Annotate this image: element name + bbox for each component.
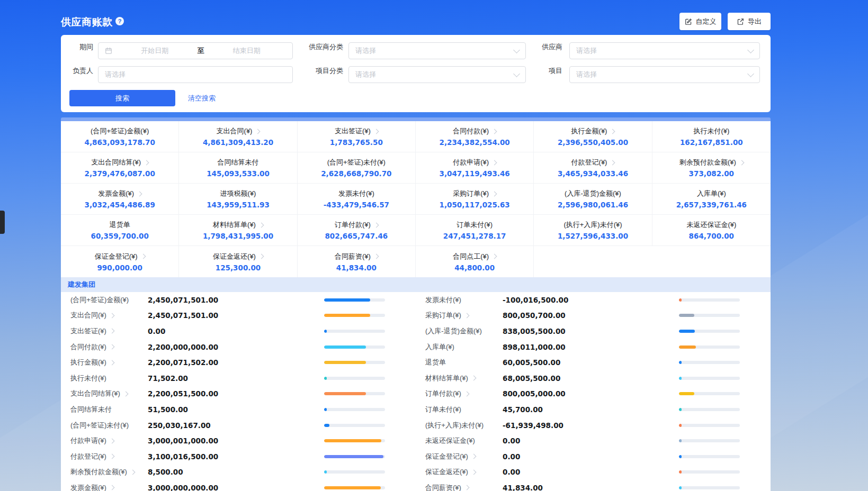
summary-cell[interactable]: 付款申请(¥)3,047,119,493.46: [416, 152, 534, 184]
summary-cell[interactable]: 保证金登记(¥)990,000.00: [61, 246, 179, 277]
progress-bar-fill: [324, 455, 383, 458]
chevron-right-icon: [464, 485, 469, 490]
metric-label: 订单付款(¥): [425, 389, 503, 398]
progress-bar-fill: [324, 361, 366, 364]
metric-label-text: 发票未付(¥): [425, 295, 461, 305]
progress-bar-fill: [679, 345, 696, 349]
metric-label: 采购订单(¥): [425, 311, 503, 320]
metric-label: 保证金登记(¥): [95, 252, 138, 261]
manager-select[interactable]: 请选择: [98, 66, 293, 83]
group-metric-row[interactable]: 保证金返还(¥)0.00: [416, 465, 771, 480]
chevron-right-icon: [258, 254, 264, 259]
summary-cell[interactable]: 付款登记(¥)3,465,934,033.46: [534, 152, 652, 184]
metric-label-text: (入库-退货)金额(¥): [425, 326, 482, 336]
metric-label: 未返还保证金(¥): [425, 436, 503, 445]
summary-cell[interactable]: 执行金额(¥)2,396,550,405.00: [534, 121, 652, 152]
progress-bar-fill: [324, 470, 327, 474]
summary-cell[interactable]: 合同薪资(¥)41,834.00: [298, 246, 416, 277]
metric-value: 800,050,700.00: [503, 311, 679, 320]
metric-value: 1,798,431,995.00: [203, 232, 273, 240]
metric-label: 付款申请(¥): [453, 158, 489, 167]
progress-bar-track: [324, 298, 385, 302]
metric-label-text: 退货单: [425, 358, 446, 367]
summary-metrics-grid: (合同+签证)金额(¥)4,863,093,178.70支出合同(¥)4,861…: [61, 121, 771, 277]
date-range-input[interactable]: 开始日期 至 结束日期: [98, 42, 293, 59]
metric-value: 45,700.00: [503, 405, 679, 414]
metric-value: 68,005,500.00: [503, 374, 679, 383]
summary-cell[interactable]: 合同点工(¥)44,800.00: [416, 246, 534, 277]
group-name[interactable]: 建发集团: [68, 280, 95, 289]
metric-label: 执行金额(¥): [70, 358, 148, 367]
summary-cell[interactable]: 剩余预付款金额(¥)373,082.00: [652, 152, 771, 184]
group-metric-row[interactable]: 支出合同结算(¥)2,200,051,500.00: [61, 386, 416, 402]
metric-label-text: 付款登记(¥): [70, 452, 106, 461]
group-metric-row[interactable]: 材料结算单(¥)68,005,500.00: [416, 370, 771, 386]
metric-value: 8,500.00: [148, 468, 324, 476]
group-metric-row[interactable]: 保证金登记(¥)0.00: [416, 449, 771, 465]
chevron-right-icon: [610, 160, 615, 165]
search-button[interactable]: 搜索: [69, 90, 175, 106]
progress-bar-fill: [324, 486, 381, 489]
supplier-select[interactable]: 请选择: [569, 42, 760, 59]
group-metric-row[interactable]: 剩余预付款金额(¥)8,500.00: [61, 465, 416, 480]
export-button[interactable]: 导出: [728, 13, 771, 30]
help-icon[interactable]: [115, 17, 124, 25]
metric-label-row: 执行金额(¥): [571, 126, 615, 136]
group-metric-row[interactable]: 订单付款(¥)800,005,000.00: [416, 386, 771, 402]
summary-cell[interactable]: 订单付款(¥)802,665,747.46: [298, 215, 416, 246]
metric-label: 订单未付(¥): [425, 405, 503, 414]
chevron-right-icon: [739, 160, 744, 165]
metric-value: 2,200,051,500.00: [148, 389, 324, 398]
side-drawer-handle[interactable]: [0, 211, 5, 234]
progress-bar-track: [324, 470, 385, 474]
metric-label: 进项税额(¥): [220, 189, 256, 198]
metric-label: 合同结算未付: [217, 158, 258, 167]
group-metric-row[interactable]: 采购订单(¥)800,050,700.00: [416, 308, 771, 324]
summary-cell[interactable]: 发票金额(¥)3,032,454,486.89: [61, 184, 179, 215]
metric-label: 合同点工(¥): [453, 252, 489, 261]
summary-cell[interactable]: 合同付款(¥)2,234,382,554.00: [416, 121, 534, 152]
metric-label-row: 发票未付(¥): [338, 189, 374, 198]
progress-bar-fill: [679, 470, 682, 474]
metric-label: 合同薪资(¥): [425, 483, 503, 491]
group-metric-row[interactable]: 支出合同(¥)2,450,071,501.00: [61, 308, 416, 324]
group-metric-row[interactable]: 发票金额(¥)3,000,000,000.00: [61, 480, 416, 491]
metric-label-row: 支出合同(¥): [217, 126, 260, 136]
project-select[interactable]: 请选择: [569, 66, 760, 83]
group-right-column: 发票未付(¥)-100,016,500.00采购订单(¥)800,050,700…: [416, 292, 771, 491]
group-metric-row[interactable]: 合同薪资(¥)41,834.00: [416, 480, 771, 491]
group-metric-row[interactable]: 执行金额(¥)2,200,071,502.00: [61, 354, 416, 370]
summary-cell[interactable]: 采购订单(¥)1,050,117,025.63: [416, 184, 534, 215]
summary-cell[interactable]: 保证金返还(¥)125,300.00: [179, 246, 297, 277]
summary-cell: (执行+入库)未付(¥)1,527,596,433.00: [534, 215, 652, 246]
chevron-right-icon: [471, 454, 476, 459]
clear-search-link[interactable]: 清空搜索: [188, 90, 216, 106]
group-metric-row[interactable]: 支出签证(¥)0.00: [61, 323, 416, 339]
metric-value: 2,450,071,501.00: [148, 296, 324, 304]
summary-cell[interactable]: 支出签证(¥)1,783,765.50: [298, 121, 416, 152]
metric-value: 802,665,747.46: [325, 232, 388, 240]
summary-cell[interactable]: 材料结算单(¥)1,798,431,995.00: [179, 215, 297, 246]
metric-label-row: 保证金返还(¥): [213, 252, 263, 261]
group-metric-row[interactable]: 付款申请(¥)3,000,001,000.00: [61, 433, 416, 449]
metric-label: 支出合同结算(¥): [91, 158, 141, 167]
metric-label-row: 采购订单(¥): [453, 189, 496, 198]
metric-label-text: 支出合同结算(¥): [70, 389, 120, 398]
metric-label-row: 支出签证(¥): [335, 126, 378, 136]
chevron-right-icon: [140, 254, 146, 259]
metric-label: 合同付款(¥): [453, 126, 489, 136]
progress-bar-track: [324, 439, 385, 442]
summary-cell[interactable]: 支出合同(¥)4,861,309,413.20: [179, 121, 297, 152]
export-icon: [737, 18, 744, 25]
metric-label: 付款申请(¥): [70, 436, 148, 445]
summary-cell[interactable]: 支出合同结算(¥)2,379,476,087.00: [61, 152, 179, 184]
metric-label: 入库单(¥): [697, 189, 726, 198]
chevron-down-icon: [747, 70, 754, 77]
metric-label-row: 合同付款(¥): [453, 126, 496, 136]
group-metric-row[interactable]: 合同付款(¥)2,200,000,000.00: [61, 339, 416, 355]
metric-value: 2,628,668,790.70: [321, 169, 391, 178]
customize-button[interactable]: 自定义: [679, 13, 721, 30]
chevron-right-icon: [109, 360, 114, 365]
metric-value: 3,000,000,000.00: [148, 484, 324, 491]
group-metric-row[interactable]: 付款登记(¥)3,100,016,500.00: [61, 449, 416, 465]
